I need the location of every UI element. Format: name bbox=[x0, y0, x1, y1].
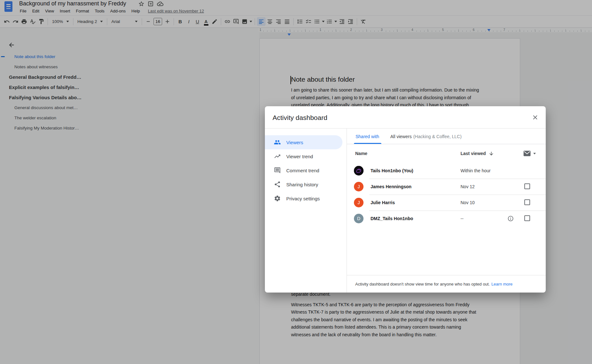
nav-item-privacy-settings[interactable]: Privacy settings bbox=[265, 191, 342, 205]
dashboard-footer: Activity dashboard doesn't show view tim… bbox=[347, 275, 546, 293]
tails-profile-image bbox=[354, 166, 363, 175]
google-docs-window: Background of my harrassment by Freddy F… bbox=[0, 0, 592, 364]
table-header: Name Last viewed bbox=[347, 144, 546, 163]
viewer-name: James Henningson bbox=[371, 179, 411, 195]
comment-icon bbox=[274, 167, 281, 174]
viewer-name: DMZ_Tails Hon1nbo bbox=[371, 211, 413, 227]
sort-descending-icon bbox=[489, 151, 494, 156]
viewer-row: J Julie Harris Nov 10 bbox=[347, 195, 546, 211]
nav-item-viewers[interactable]: Viewers bbox=[265, 135, 342, 149]
people-icon bbox=[274, 139, 281, 146]
avatar-initial: D bbox=[354, 214, 363, 223]
share-icon bbox=[274, 181, 281, 188]
nav-item-sharing-history[interactable]: Sharing history bbox=[265, 177, 342, 191]
dashboard-content: Shared with All viewers (Hacking & Coffe… bbox=[347, 129, 546, 293]
activity-dashboard-dialog: Activity dashboard Viewers Viewer trend … bbox=[265, 106, 546, 293]
avatar-initial: J bbox=[354, 182, 363, 191]
optout-notice: Activity dashboard doesn't show view tim… bbox=[355, 282, 490, 286]
viewer-name: Tails Hon1nbo (You) bbox=[371, 163, 413, 179]
row-checkbox[interactable] bbox=[524, 183, 530, 189]
viewer-name: Julie Harris bbox=[371, 195, 395, 211]
nav-item-comment-trend[interactable]: Comment trend bbox=[265, 163, 342, 177]
viewer-last-viewed: Within the hour bbox=[461, 163, 491, 179]
tab-shared-with[interactable]: Shared with bbox=[356, 129, 379, 144]
close-icon[interactable] bbox=[532, 114, 539, 121]
learn-more-link[interactable]: Learn more bbox=[491, 282, 513, 286]
gear-icon bbox=[274, 195, 281, 202]
email-viewers-button[interactable] bbox=[523, 144, 536, 163]
viewer-last-viewed: Nov 12 bbox=[461, 179, 475, 195]
envelope-icon bbox=[523, 151, 531, 156]
viewer-row: J James Henningson Nov 12 bbox=[347, 179, 546, 195]
tab-bar: Shared with All viewers (Hacking & Coffe… bbox=[347, 129, 546, 144]
tab-all-viewers[interactable]: All viewers (Hacking & Coffee, LLC) bbox=[390, 129, 461, 144]
tab-indicator bbox=[354, 143, 381, 144]
info-icon[interactable] bbox=[507, 215, 514, 222]
viewer-row: Tails Hon1nbo (You) Within the hour bbox=[347, 163, 546, 179]
name-column-header[interactable]: Name bbox=[355, 144, 367, 163]
dashboard-nav: Viewers Viewer trend Comment trend Shari… bbox=[265, 129, 347, 293]
row-divider bbox=[369, 195, 546, 195]
dialog-header: Activity dashboard bbox=[265, 106, 546, 129]
last-viewed-column-header[interactable]: Last viewed bbox=[461, 144, 494, 163]
avatar-initial: J bbox=[354, 198, 363, 207]
nav-item-viewer-trend[interactable]: Viewer trend bbox=[265, 149, 342, 163]
viewer-last-viewed: -- bbox=[461, 211, 463, 227]
row-checkbox[interactable] bbox=[524, 199, 530, 205]
chevron-down-icon bbox=[533, 153, 536, 154]
viewer-last-viewed: Nov 10 bbox=[461, 195, 475, 211]
viewer-row: D DMZ_Tails Hon1nbo -- bbox=[347, 211, 546, 227]
trending-up-icon bbox=[274, 153, 281, 160]
dialog-title: Activity dashboard bbox=[273, 114, 327, 122]
row-checkbox[interactable] bbox=[524, 215, 530, 221]
avatar-tails bbox=[354, 166, 363, 175]
